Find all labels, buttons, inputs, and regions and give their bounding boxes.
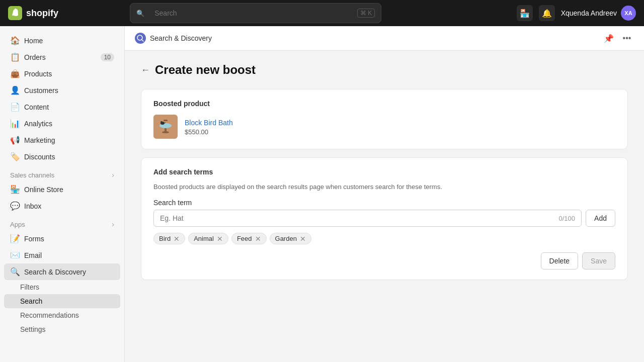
more-options-btn[interactable]: ••• [620,31,634,45]
global-search[interactable]: 🔍 ⌘ K [130,3,381,23]
user-profile[interactable]: Xquenda Andreev XA [561,6,636,21]
sidebar-item-label: Email [24,251,42,259]
sub-header: Search & Discovery 📌 ••• [125,26,644,51]
tag-remove-btn[interactable]: ✕ [255,235,261,242]
sidebar-item-orders[interactable]: 📋 Orders 10 [4,49,120,65]
logo-text: shopify [26,8,58,19]
content-area: Search & Discovery 📌 ••• ← Create new bo… [125,26,644,362]
tag-label: Feed [237,235,252,242]
tag-item: Garden✕ [270,233,311,244]
sidebar-item-label: Orders [24,53,46,61]
sub-header-title-group: Search & Discovery [135,33,212,44]
home-icon: 🏠 [10,36,19,45]
customers-icon: 👤 [10,85,19,95]
search-icon: 🔍 [136,10,144,17]
sales-channels-chevron: › [112,171,114,179]
sidebar-item-home[interactable]: 🏠 Home [4,32,120,49]
sales-channels-section: Sales channels › [4,165,120,181]
page-title: Create new boost [155,63,256,77]
product-price: $550.00 [185,128,233,136]
email-icon: ✉️ [10,250,19,260]
store-icon-btn[interactable]: 🏪 [517,5,533,21]
topbar: shopify 🔍 ⌘ K 🏪 🔔 Xquenda Andreev XA [0,0,644,26]
sidebar-item-discounts[interactable]: 🏷️ Discounts [4,148,120,165]
back-button[interactable]: ← [141,65,150,75]
sidebar-item-inbox[interactable]: 💬 Inbox [4,198,120,214]
search-term-field[interactable] [160,214,559,222]
delete-button[interactable]: Delete [541,252,578,269]
sidebar-item-email[interactable]: ✉️ Email [4,247,120,263]
sidebar-item-label: Inbox [24,202,41,210]
analytics-icon: 📊 [10,119,19,128]
save-button: Save [582,252,615,269]
search-terms-title: Add search terms [153,168,615,176]
sidebar-item-analytics[interactable]: 📊 Analytics [4,115,120,132]
recommendations-label: Recommendations [20,311,79,319]
sidebar-item-products[interactable]: 👜 Products [4,65,120,82]
product-row: Block Bird Bath $550.00 [153,115,615,139]
tag-item: Animal✕ [188,233,228,244]
marketing-icon: 📢 [10,135,19,145]
sidebar-item-online-store[interactable]: 🏪 Online Store [4,181,120,198]
sidebar-item-label: Marketing [24,136,55,144]
sidebar-sub-search[interactable]: Search [4,294,120,308]
sidebar-item-label: Customers [24,86,58,95]
search-term-input-row: 0/100 Add [153,210,615,227]
notification-bell-btn[interactable]: 🔔 [539,5,555,21]
sidebar-sub-settings[interactable]: Settings [4,322,120,336]
sidebar-item-label: Home [24,37,43,45]
tag-label: Bird [159,235,171,242]
sidebar-item-label: Online Store [24,186,63,194]
avatar: XA [621,6,636,21]
sidebar-item-search-discovery[interactable]: 🔍 Search & Discovery [4,263,120,280]
page-content: ← Create new boost Boosted product [125,51,644,362]
tag-label: Animal [194,235,214,242]
tag-remove-btn[interactable]: ✕ [300,235,306,242]
search-discovery-icon: 🔍 [10,267,19,277]
filters-label: Filters [20,283,39,291]
sidebar-sub-recommendations[interactable]: Recommendations [4,308,120,322]
orders-badge: 10 [101,53,114,61]
sidebar-item-label: Content [24,103,49,111]
discounts-icon: 🏷️ [10,152,19,161]
svg-rect-2 [164,120,168,121]
apps-section: Apps › [4,214,120,230]
sidebar-item-label: Products [24,70,52,78]
tag-item: Feed✕ [231,233,267,244]
tags-row: Bird✕Animal✕Feed✕Garden✕ [153,233,615,244]
product-thumbnail [153,115,178,139]
settings-label: Settings [20,325,46,333]
tag-remove-btn[interactable]: ✕ [217,235,223,242]
product-info: Block Bird Bath $550.00 [185,118,233,136]
sidebar-item-customers[interactable]: 👤 Customers [4,82,120,99]
boosted-product-title: Boosted product [153,100,615,108]
sidebar-item-label: Forms [24,235,44,243]
search-terms-description: Boosted products are displayed on the se… [153,183,615,191]
sidebar-item-content[interactable]: 📄 Content [4,99,120,115]
content-icon: 📄 [10,102,19,112]
sidebar-sub-filters[interactable]: Filters [4,280,120,294]
add-button[interactable]: Add [586,210,615,227]
boosted-product-card: Boosted product [141,89,628,149]
sidebar-item-forms[interactable]: 📝 Forms [4,230,120,247]
sub-header-title: Search & Discovery [150,34,212,42]
search-discovery-header-icon [135,33,146,44]
svg-point-5 [162,131,169,133]
page-title-row: ← Create new boost [141,63,628,77]
tag-label: Garden [275,235,297,242]
product-name-link[interactable]: Block Bird Bath [185,119,233,127]
card-footer: Delete Save [153,244,615,269]
inbox-icon: 💬 [10,201,19,211]
search-term-input-wrapper[interactable]: 0/100 [153,210,582,227]
tag-remove-btn[interactable]: ✕ [174,235,180,242]
tag-item: Bird✕ [153,233,185,244]
char-count: 0/100 [559,215,576,222]
apps-chevron: › [112,220,114,228]
orders-icon: 📋 [10,52,19,62]
search-input[interactable] [148,6,353,20]
topbar-actions: 🏪 🔔 Xquenda Andreev XA [517,5,636,21]
forms-icon: 📝 [10,234,19,243]
sidebar-item-marketing[interactable]: 📢 Marketing [4,132,120,148]
shopify-logo-icon [8,6,22,20]
pin-btn[interactable]: 📌 [602,31,616,45]
